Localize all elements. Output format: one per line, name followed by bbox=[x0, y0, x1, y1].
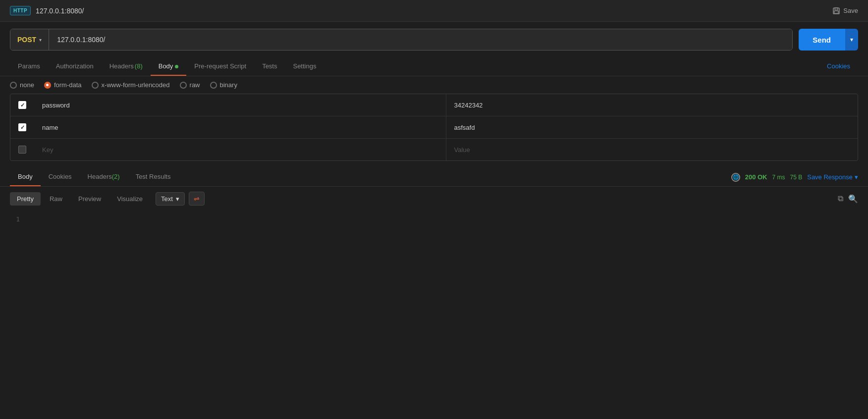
radio-urlencoded bbox=[92, 82, 99, 89]
tab-headers[interactable]: Headers(8) bbox=[102, 57, 151, 76]
tab-settings[interactable]: Settings bbox=[285, 57, 324, 76]
wrap-icon: ⇌ bbox=[194, 195, 200, 203]
save-button[interactable]: Save bbox=[832, 7, 858, 15]
app-header: HTTP 127.0.0.1:8080/ Save bbox=[0, 0, 868, 22]
save-response-arrow: ▾ bbox=[855, 173, 858, 181]
header-left: HTTP 127.0.0.1:8080/ bbox=[10, 6, 84, 15]
globe-icon: 🌐 bbox=[731, 173, 740, 182]
format-visualize[interactable]: Visualize bbox=[110, 192, 150, 206]
method-label: POST bbox=[17, 36, 36, 44]
value-cell-name[interactable]: asfsafd bbox=[446, 116, 858, 138]
body-type-urlencoded[interactable]: x-www-form-urlencoded bbox=[92, 81, 170, 89]
value-placeholder: Value bbox=[454, 146, 470, 154]
request-bar: POST ▾ Send ▾ bbox=[0, 22, 868, 57]
key-cell-password[interactable]: password bbox=[34, 94, 446, 116]
tab-prerequest[interactable]: Pre-request Script bbox=[186, 57, 254, 76]
format-bar: Pretty Raw Preview Visualize Text ▾ ⇌ ⧉ … bbox=[0, 187, 868, 210]
format-preview[interactable]: Preview bbox=[71, 192, 108, 206]
response-tab-test-results[interactable]: Test Results bbox=[128, 168, 179, 186]
key-cell-name[interactable]: name bbox=[34, 116, 446, 138]
url-input[interactable] bbox=[49, 29, 792, 50]
wrap-button[interactable]: ⇌ bbox=[189, 192, 205, 206]
save-label: Save bbox=[843, 7, 858, 14]
search-icon[interactable]: 🔍 bbox=[848, 194, 858, 204]
response-tab-body[interactable]: Body bbox=[10, 168, 41, 186]
code-area: 1 bbox=[0, 210, 868, 228]
response-meta: 🌐 200 OK 7 ms 75 B Save Response ▾ bbox=[731, 173, 858, 182]
value-cell-empty[interactable]: Value bbox=[446, 139, 858, 160]
line-numbers: 1 bbox=[10, 215, 20, 223]
response-headers-badge: (2) bbox=[112, 173, 120, 180]
table-row: password 34242342 bbox=[10, 94, 858, 116]
headers-badge: (8) bbox=[135, 62, 143, 70]
key-placeholder: Key bbox=[42, 146, 53, 154]
action-icons: ⧉ 🔍 bbox=[838, 194, 858, 204]
response-time: 7 ms bbox=[772, 174, 785, 181]
row-check-name[interactable] bbox=[10, 123, 34, 131]
send-btn-wrap: Send ▾ bbox=[799, 29, 858, 51]
tab-cookies[interactable]: Cookies bbox=[819, 57, 858, 76]
response-status: 200 OK bbox=[745, 173, 767, 181]
tab-params[interactable]: Params bbox=[10, 57, 48, 76]
send-dropdown-button[interactable]: ▾ bbox=[845, 29, 858, 51]
text-format-label: Text bbox=[161, 195, 173, 203]
copy-icon[interactable]: ⧉ bbox=[838, 194, 843, 203]
body-type-form-data[interactable]: form-data bbox=[44, 81, 82, 89]
header-url: 127.0.0.1:8080/ bbox=[36, 7, 84, 15]
svg-rect-1 bbox=[835, 8, 838, 10]
body-type-binary[interactable]: binary bbox=[210, 81, 237, 89]
response-tab-cookies[interactable]: Cookies bbox=[41, 168, 80, 186]
row-check-empty bbox=[10, 146, 34, 154]
checkbox-empty[interactable] bbox=[18, 146, 26, 154]
tab-tests[interactable]: Tests bbox=[254, 57, 285, 76]
response-section: Body Cookies Headers(2) Test Results 🌐 2… bbox=[0, 168, 868, 228]
radio-raw bbox=[180, 82, 187, 89]
tab-body[interactable]: Body bbox=[151, 57, 187, 76]
form-data-table-wrap: password 34242342 name asfsafd Key bbox=[0, 94, 868, 161]
response-size: 75 B bbox=[790, 174, 803, 181]
http-badge: HTTP bbox=[10, 6, 31, 15]
line-number-1: 1 bbox=[10, 215, 20, 223]
value-text-name: asfsafd bbox=[454, 124, 475, 131]
format-pretty[interactable]: Pretty bbox=[10, 192, 41, 206]
response-tabs: Body Cookies Headers(2) Test Results 🌐 2… bbox=[0, 168, 868, 187]
save-icon bbox=[832, 7, 840, 15]
text-format-arrow: ▾ bbox=[176, 195, 179, 203]
value-text-password: 34242342 bbox=[454, 102, 483, 109]
table-row: name asfsafd bbox=[10, 116, 858, 139]
form-data-table: password 34242342 name asfsafd Key bbox=[10, 94, 858, 161]
radio-none bbox=[10, 82, 17, 89]
key-value-name: name bbox=[42, 124, 58, 131]
svg-rect-2 bbox=[834, 11, 838, 13]
radio-binary bbox=[210, 82, 217, 89]
request-input-wrap: POST ▾ bbox=[10, 29, 793, 51]
key-value-password: password bbox=[42, 102, 70, 109]
method-selector[interactable]: POST ▾ bbox=[10, 29, 49, 50]
body-dot bbox=[175, 65, 178, 68]
table-row: Key Value bbox=[10, 139, 858, 160]
format-raw[interactable]: Raw bbox=[43, 192, 69, 206]
radio-form-data bbox=[44, 82, 51, 89]
request-tabs: Params Authorization Headers(8) Body Pre… bbox=[0, 57, 868, 76]
row-check-password[interactable] bbox=[10, 101, 34, 109]
tab-authorization[interactable]: Authorization bbox=[48, 57, 102, 76]
key-cell-empty[interactable]: Key bbox=[34, 139, 446, 160]
body-type-row: none form-data x-www-form-urlencoded raw… bbox=[0, 76, 868, 94]
send-button[interactable]: Send bbox=[799, 29, 845, 51]
method-dropdown-arrow: ▾ bbox=[39, 37, 42, 43]
text-format-dropdown[interactable]: Text ▾ bbox=[156, 192, 185, 206]
response-tab-headers[interactable]: Headers(2) bbox=[80, 168, 128, 186]
body-type-none[interactable]: none bbox=[10, 81, 34, 89]
save-response-button[interactable]: Save Response ▾ bbox=[807, 173, 858, 181]
body-type-raw[interactable]: raw bbox=[180, 81, 200, 89]
value-cell-password[interactable]: 34242342 bbox=[446, 94, 858, 116]
checkbox-password[interactable] bbox=[18, 101, 26, 109]
checkbox-name[interactable] bbox=[18, 123, 26, 131]
